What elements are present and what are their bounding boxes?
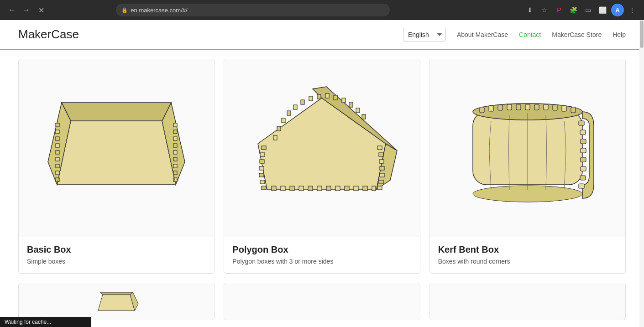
svg-rect-67: [372, 186, 376, 191]
svg-rect-32: [380, 173, 384, 177]
svg-rect-82: [579, 121, 584, 125]
svg-rect-36: [260, 153, 265, 156]
nav-contact[interactable]: Contact: [519, 31, 541, 38]
svg-rect-18: [56, 157, 59, 161]
svg-marker-25: [258, 98, 386, 189]
svg-rect-52: [287, 111, 291, 115]
nav-store[interactable]: MakerCase Store: [552, 31, 602, 38]
polygon-box-image: [224, 59, 419, 237]
svg-marker-92: [100, 292, 133, 295]
svg-rect-20: [56, 171, 59, 175]
svg-rect-8: [173, 151, 177, 154]
browser-nav-buttons: ← → ✕: [5, 4, 47, 16]
basic-box-title: Basic Box: [27, 244, 206, 255]
svg-rect-43: [325, 93, 329, 98]
svg-rect-34: [377, 186, 382, 190]
lock-icon: 🔒: [121, 7, 128, 13]
svg-rect-60: [308, 186, 313, 191]
svg-rect-7: [173, 144, 177, 147]
svg-rect-87: [581, 166, 586, 171]
bottom-card-3[interactable]: [429, 283, 626, 320]
download-icon[interactable]: ⬇: [524, 4, 536, 16]
svg-rect-49: [309, 96, 313, 101]
svg-rect-4: [173, 123, 177, 127]
svg-rect-79: [553, 105, 557, 110]
svg-rect-81: [571, 107, 576, 113]
svg-marker-0: [57, 121, 176, 185]
svg-rect-55: [273, 135, 277, 140]
svg-rect-37: [260, 160, 264, 163]
svg-rect-89: [579, 184, 584, 188]
language-select[interactable]: English Español Français Deutsch: [403, 28, 446, 42]
svg-rect-16: [56, 144, 59, 147]
profile-button[interactable]: A: [611, 4, 624, 16]
svg-rect-88: [580, 176, 586, 180]
svg-rect-31: [380, 166, 384, 170]
window-icon[interactable]: ⬜: [597, 4, 609, 16]
svg-rect-38: [259, 166, 264, 170]
kerf-bent-box-info: Kerf Bent Box Boxes with round corners: [430, 237, 625, 273]
scrollbar-track[interactable]: [639, 20, 644, 327]
svg-rect-14: [56, 130, 59, 134]
svg-rect-21: [56, 178, 59, 182]
svg-rect-57: [281, 186, 285, 191]
svg-rect-39: [259, 173, 264, 177]
svg-rect-51: [293, 105, 297, 109]
basic-box-card[interactable]: Basic Box Simple boxes: [18, 59, 215, 274]
kerf-bent-box-card[interactable]: Kerf Bent Box Boxes with round corners: [429, 59, 626, 274]
bottom-card-3-image: [430, 283, 625, 320]
page-wrapper: ← → ✕ 🔒 en.makercase.com/#/ ⬇ ☆ P 🧩 ▭ ⬜ …: [0, 0, 644, 327]
svg-rect-75: [516, 104, 521, 110]
svg-rect-56: [272, 186, 276, 191]
svg-rect-85: [581, 148, 586, 153]
bookmark-icon[interactable]: ☆: [538, 4, 551, 16]
svg-rect-17: [56, 151, 59, 154]
svg-rect-13: [56, 123, 59, 127]
svg-rect-63: [335, 186, 340, 191]
svg-rect-80: [562, 106, 566, 111]
svg-rect-48: [362, 114, 366, 119]
basic-box-info: Basic Box Simple boxes: [19, 237, 214, 273]
address-bar[interactable]: 🔒 en.makercase.com/#/: [116, 4, 390, 16]
cards-grid: Basic Box Simple boxes: [18, 59, 626, 274]
svg-rect-78: [544, 104, 548, 110]
svg-rect-40: [260, 180, 265, 184]
svg-rect-74: [507, 104, 512, 110]
status-text: Waiting for cache...: [5, 319, 51, 325]
svg-rect-73: [498, 105, 503, 110]
svg-rect-30: [379, 160, 384, 163]
svg-rect-58: [290, 186, 294, 191]
forward-button[interactable]: →: [20, 4, 33, 16]
nav-about[interactable]: About MakerCase: [457, 31, 508, 38]
svg-rect-41: [262, 186, 266, 190]
bottom-card-2[interactable]: [224, 283, 420, 320]
polygon-box-info: Polygon Box Polygon boxes with 3 or more…: [224, 237, 419, 273]
site-logo[interactable]: MakerCase: [18, 27, 403, 42]
svg-rect-62: [326, 186, 331, 191]
scrollbar-thumb[interactable]: [640, 21, 644, 48]
bottom-card-1[interactable]: [18, 283, 215, 320]
svg-rect-19: [56, 164, 59, 168]
puzzle-icon[interactable]: 🧩: [567, 4, 580, 16]
svg-rect-77: [534, 104, 539, 110]
svg-rect-47: [356, 108, 360, 113]
svg-rect-15: [56, 137, 59, 140]
svg-rect-83: [580, 130, 586, 135]
extension-icon[interactable]: P: [553, 4, 565, 16]
reload-button[interactable]: ✕: [35, 4, 47, 16]
polygon-box-card[interactable]: Polygon Box Polygon boxes with 3 or more…: [224, 59, 420, 274]
nav-help[interactable]: Help: [613, 31, 626, 38]
basic-box-desc: Simple boxes: [27, 258, 206, 265]
svg-rect-10: [173, 164, 177, 168]
back-button[interactable]: ←: [5, 4, 18, 16]
main-content: Basic Box Simple boxes: [0, 50, 644, 327]
kerf-bent-box-desc: Boxes with round corners: [438, 258, 617, 265]
browser-actions: ⬇ ☆ P 🧩 ▭ ⬜ A ⋮: [524, 4, 639, 16]
language-selector-wrapper: English Español Français Deutsch: [403, 28, 446, 42]
svg-rect-66: [363, 186, 367, 191]
svg-rect-11: [173, 171, 177, 175]
svg-rect-86: [581, 157, 586, 162]
cast-icon[interactable]: ▭: [582, 4, 595, 16]
svg-rect-29: [379, 153, 383, 156]
menu-icon[interactable]: ⋮: [626, 4, 639, 16]
